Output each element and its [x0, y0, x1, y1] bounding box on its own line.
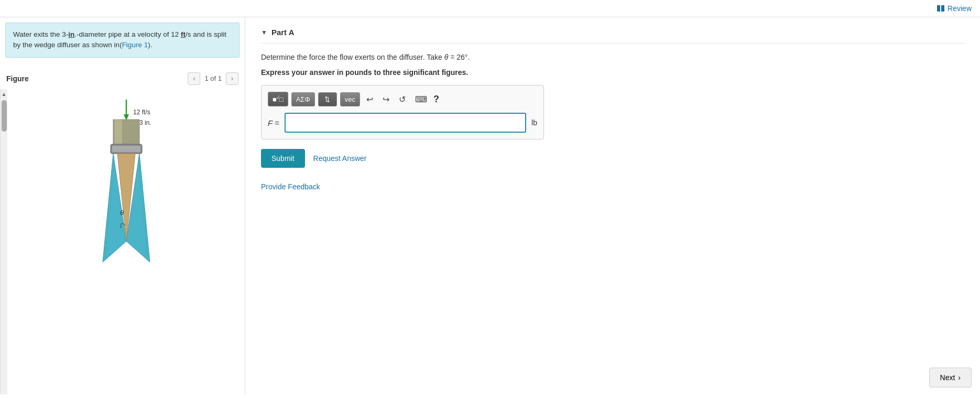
refresh-button[interactable]: ↺: [396, 92, 409, 106]
figure-prev-button[interactable]: ‹: [188, 72, 200, 85]
sigma-button[interactable]: ΑΣΦ: [291, 92, 315, 106]
figure-link[interactable]: Figure 1: [122, 41, 148, 49]
updown-icon: ⇅: [324, 95, 330, 103]
scrollbar-thumb[interactable]: [2, 100, 7, 132]
next-chevron-icon: ›: [958, 373, 961, 382]
diameter-unit: in: [68, 30, 74, 38]
velocity-unit: ft: [181, 30, 186, 38]
svg-text:θ: θ: [120, 209, 124, 217]
review-label: Review: [948, 4, 972, 13]
sigma-icon: ΑΣΦ: [296, 95, 310, 103]
left-panel: Water exits the 3-in.-diameter pipe at a…: [0, 17, 245, 394]
vec-button[interactable]: vec: [340, 92, 360, 106]
svg-rect-7: [112, 146, 140, 152]
question-instruction: Express your answer in pounds to three s…: [261, 68, 964, 77]
part-header: ▼ Part A: [261, 28, 964, 44]
problem-description: Water exits the 3-in.-diameter pipe at a…: [5, 23, 239, 58]
action-row: Submit Request Answer: [261, 149, 964, 168]
review-link[interactable]: Review: [937, 4, 972, 13]
answer-label: F =: [268, 119, 279, 127]
figure-title: Figure: [6, 74, 29, 83]
submit-button[interactable]: Submit: [261, 149, 305, 168]
matrix-sqrt-icon: ■√□: [273, 95, 284, 103]
math-toolbar: ■√□ ΑΣΦ ⇅ vec ↩ ↪ ↺ ⌨ ?: [268, 92, 537, 106]
answer-row: F = lb: [268, 113, 537, 133]
matrix-sqrt-button[interactable]: ■√□: [268, 92, 288, 106]
help-button[interactable]: ?: [433, 94, 439, 105]
redo-button[interactable]: ↪: [379, 92, 393, 106]
answer-unit: lb: [531, 119, 537, 127]
svg-text:12 ft/s: 12 ft/s: [133, 109, 150, 116]
part-chevron-icon: ▼: [261, 29, 267, 36]
main-layout: Water exits the 3-in.-diameter pipe at a…: [0, 17, 980, 394]
request-answer-link[interactable]: Request Answer: [313, 154, 367, 163]
figure-svg: 12 ft/s —3 in.: [58, 94, 194, 273]
scroll-up-arrow[interactable]: ▲: [1, 90, 8, 98]
next-button[interactable]: Next ›: [929, 368, 972, 388]
next-button-container: Next ›: [929, 368, 972, 388]
review-icon: [937, 5, 944, 12]
top-bar: Review: [0, 0, 980, 17]
undo-button[interactable]: ↩: [363, 92, 376, 106]
figure-next-button[interactable]: ›: [226, 72, 238, 85]
feedback-link[interactable]: Provide Feedback: [261, 182, 320, 191]
next-label: Next: [940, 373, 955, 382]
keyboard-button[interactable]: ⌨: [412, 92, 430, 106]
figure-area: ▲ 12 ft/s —3 in.: [0, 89, 245, 395]
updown-button[interactable]: ⇅: [318, 92, 337, 106]
part-title: Part A: [271, 28, 295, 37]
scrollbar-track[interactable]: ▲: [0, 89, 7, 395]
figure-header: Figure ‹ 1 of 1 ›: [0, 68, 245, 89]
figure-image-container: 12 ft/s —3 in.: [7, 89, 245, 395]
figure-nav: ‹ 1 of 1 ›: [188, 72, 238, 85]
vec-icon: vec: [345, 95, 355, 103]
figure-counter: 1 of 1: [204, 74, 222, 82]
question-text: Determine the force the flow exerts on t…: [261, 52, 964, 63]
answer-input[interactable]: [285, 113, 526, 133]
right-panel: ▼ Part A Determine the force the flow ex…: [245, 17, 980, 394]
math-toolbar-container: ■√□ ΑΣΦ ⇅ vec ↩ ↪ ↺ ⌨ ? F =: [261, 85, 544, 139]
